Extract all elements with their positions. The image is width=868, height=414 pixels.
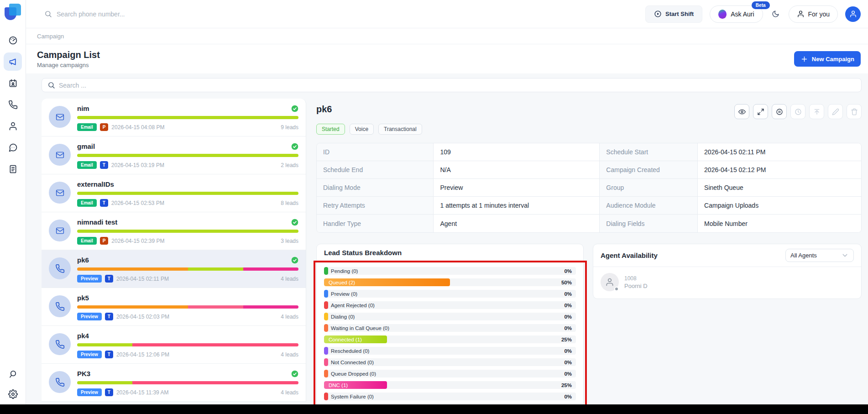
campaign-list-item[interactable]: gmailEmailT2026-04-15 03:19 PM2 leads [42, 136, 306, 174]
agent-availability-title: Agent Availability [601, 252, 658, 259]
trash-icon [851, 108, 858, 115]
verified-check-icon [291, 143, 298, 150]
badge-preview: Preview [77, 351, 102, 358]
agent-id: 1008 [624, 275, 648, 282]
lead-status-label: Queue Dropped (0) [331, 371, 376, 377]
sidebar-item-contacts[interactable] [4, 117, 22, 135]
agent-row[interactable]: 1008Poorni D [593, 267, 861, 299]
campaign-list-item[interactable]: PK3PreviewT2026-04-15 11:39 AM4 leads [42, 364, 306, 402]
campaign-list-item[interactable]: pk5PreviewT2026-04-15 02:03 PM4 leads [42, 288, 306, 326]
campaign-list-item[interactable]: nimEmailP2026-04-15 04:08 PM9 leads [42, 99, 306, 136]
lead-status-fill [324, 267, 328, 275]
sidebar-item-reports[interactable] [4, 160, 22, 178]
content-area: Search ... nimEmailP2026-04-15 04:08 PM9… [26, 73, 868, 414]
campaign-list-item[interactable]: pk4PreviewT2026-04-15 12:06 PM4 leads [42, 326, 306, 364]
lead-status-row: Agent Rejected (0)0% [324, 301, 576, 309]
sidebar-item-campaigns[interactable] [4, 52, 22, 71]
campaign-list-item[interactable]: nimnadi testEmailP2026-04-15 02:39 PM3 l… [42, 212, 306, 250]
badge-t: T [100, 161, 108, 169]
campaign-detail-panel: pk6 Started VoiceTransactional ID109Sche… [316, 99, 862, 408]
campaign-progress-bar [77, 154, 298, 157]
ask-auri-label: Ask Auri [731, 10, 754, 18]
app-window: Search phone number... Start Shift Ask A… [0, 0, 868, 414]
bottom-black-bar [0, 404, 868, 414]
new-campaign-button[interactable]: New Campaign [794, 51, 861, 67]
agent-list: 1008Poorni D [593, 267, 861, 299]
campaign-name: gmail [77, 142, 95, 150]
lead-status-title: Lead Status Breakdown [324, 249, 402, 257]
info-label: Dialing Fields [600, 215, 698, 232]
sidebar-nav-bottom [4, 367, 22, 401]
badge-t: T [100, 199, 108, 207]
campaign-name: externalIDs [77, 180, 114, 188]
upload-button [809, 104, 824, 119]
sidebar-item-messages[interactable] [4, 138, 22, 157]
campaign-date: 2026-04-15 11:39 AM [116, 389, 169, 396]
campaign-date: 2026-04-15 03:19 PM [111, 162, 164, 168]
eye-icon [738, 108, 746, 115]
report-icon [8, 164, 18, 174]
badge-p: P [100, 237, 109, 245]
info-label: Handler Type [317, 215, 434, 232]
info-value: 2026-04-15 02:11 PM [698, 143, 861, 161]
badge-preview: Preview [77, 313, 102, 320]
info-value: Campaign Uploads [698, 197, 861, 215]
breadcrumb-campaign[interactable]: Campaign [37, 33, 64, 40]
agent-name: Poorni D [624, 283, 648, 289]
sidebar-item-calls[interactable] [4, 95, 22, 114]
campaign-leads-count: 8 leads [281, 200, 298, 206]
badge-preview: Preview [77, 275, 102, 283]
profile-avatar[interactable] [845, 6, 861, 22]
lead-status-label: Rescheduled (0) [331, 348, 369, 354]
badge-email: Email [77, 123, 97, 131]
agent-avatar [601, 273, 619, 291]
for-you-button[interactable]: For you [789, 5, 838, 23]
info-label: Dialing Mode [317, 179, 434, 197]
calendar-user-icon [8, 79, 18, 88]
app-logo[interactable] [4, 3, 22, 21]
lead-status-percent: 0% [564, 268, 572, 274]
badge-t: T [105, 388, 113, 396]
lead-status-label: Preview (0) [331, 291, 357, 297]
chevron-down-icon [841, 252, 849, 259]
user-icon [797, 10, 805, 18]
start-shift-button[interactable]: Start Shift [645, 5, 702, 23]
campaign-progress-bar [77, 230, 298, 233]
user-icon [605, 278, 614, 287]
sidebar-item-settings[interactable] [4, 387, 22, 401]
lead-status-percent: 0% [564, 314, 572, 320]
campaign-list-item[interactable]: pk6PreviewT2026-04-15 02:11 PM4 leads [42, 250, 306, 288]
campaign-progress-bar [77, 267, 298, 271]
campaign-search-input[interactable]: Search ... [42, 78, 862, 92]
badge-t: T [105, 275, 113, 283]
verified-check-icon [291, 257, 298, 264]
lead-status-percent: 50% [561, 280, 572, 285]
campaign-list-item[interactable]: externalIDsEmailT2026-04-15 02:53 PM8 le… [42, 174, 306, 212]
lead-status-percent: 0% [564, 348, 572, 354]
campaign-detail-title: pk6 [316, 104, 332, 115]
status-badge: Started [316, 124, 345, 135]
lead-status-row: Queued (2)50% [324, 278, 576, 286]
history-button [790, 104, 805, 119]
agent-filter-select[interactable]: All Agents [785, 249, 854, 262]
lead-status-row: Connected (1)25% [324, 335, 576, 343]
ask-auri-button[interactable]: Ask Auri Beta [710, 5, 763, 23]
lead-status-percent: 25% [561, 383, 572, 388]
pause-button[interactable] [772, 104, 787, 119]
upload-icon [813, 108, 821, 115]
dark-mode-toggle[interactable] [770, 9, 781, 20]
campaign-leads-count: 4 leads [281, 276, 298, 282]
global-search[interactable]: Search phone number... [44, 10, 645, 18]
fullscreen-button[interactable] [753, 104, 768, 119]
lead-status-fill [324, 324, 328, 332]
sidebar-item-monitor[interactable] [4, 367, 22, 381]
campaign-name: PK3 [77, 370, 90, 377]
moon-icon [772, 10, 779, 18]
view-button[interactable] [734, 104, 749, 119]
sidebar-item-dashboard[interactable] [4, 31, 22, 49]
verified-check-icon [291, 105, 298, 112]
lead-status-row: Pending (0)0% [324, 267, 576, 275]
play-circle-icon [654, 10, 662, 18]
sidebar-item-schedule[interactable] [4, 74, 22, 92]
topbar: Search phone number... Start Shift Ask A… [26, 0, 868, 28]
